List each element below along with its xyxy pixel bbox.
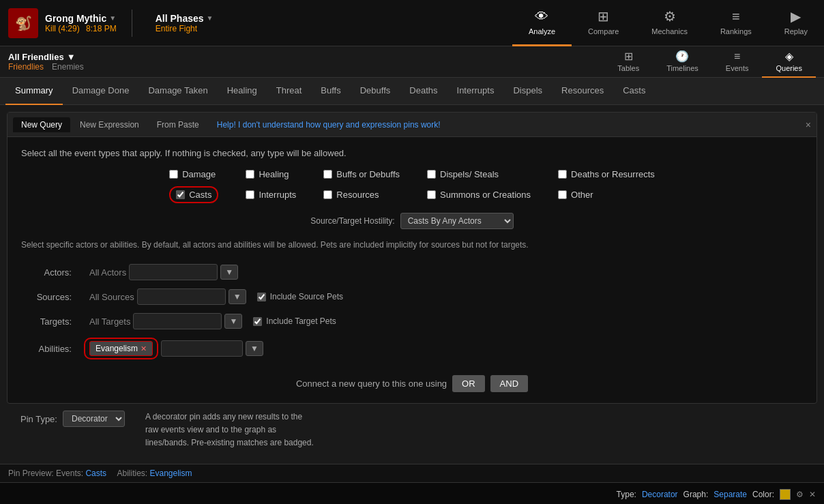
checkbox-deaths: Deaths or Resurrects (558, 169, 655, 179)
query-panel: New Query New Expression From Paste Help… (7, 112, 817, 404)
type-value[interactable]: Decorator (642, 490, 678, 499)
mechanics-icon: ⚙ (664, 8, 676, 25)
nav-analyze[interactable]: 👁 Analyze (512, 0, 572, 46)
tab-healing[interactable]: Healing (218, 78, 267, 105)
query-tab-new-query[interactable]: New Query (13, 117, 70, 132)
boss-dropdown-icon: ▼ (109, 14, 116, 22)
graph-value[interactable]: Separate (713, 490, 747, 499)
targets-dropdown-btn[interactable]: ▼ (224, 314, 242, 329)
friendlies-tab[interactable]: Friendlies (8, 62, 44, 72)
status-bar: Type: Decorator Graph: Separate Color: ⚙… (0, 482, 824, 504)
tab-buffs[interactable]: Buffs (311, 78, 350, 105)
checkbox-casts-input[interactable] (176, 190, 185, 199)
checkbox-buffs-debuffs: Buffs or Debuffs (323, 169, 400, 179)
abilities-row: Abilities: Evangelism ✕ ▼ (23, 334, 801, 363)
tab-debuffs[interactable]: Debuffs (351, 78, 400, 105)
include-source-pets-checkbox[interactable] (257, 293, 266, 301)
checkbox-casts: Casts (169, 186, 218, 203)
tab-damage-done[interactable]: Damage Done (63, 78, 139, 105)
abilities-input[interactable] (161, 340, 243, 357)
top-nav-icons: 👁 Analyze ⊞ Compare ⚙ Mechanics ≡ Rankin… (512, 0, 824, 46)
actors-dropdown-btn[interactable]: ▼ (220, 265, 238, 280)
nav-mechanics[interactable]: ⚙ Mechanics (635, 0, 704, 46)
friendlies-dropdown[interactable]: All Friendlies ▼ (8, 52, 117, 62)
tab-casts[interactable]: Casts (613, 78, 655, 105)
sources-input[interactable] (137, 288, 226, 305)
tab-damage-taken[interactable]: Damage Taken (138, 78, 217, 105)
checkbox-buffs-input[interactable] (323, 170, 332, 179)
checkbox-resources-input[interactable] (323, 190, 332, 199)
connect-row: Connect a new query to this one using OR… (21, 375, 803, 392)
include-target-pets-checkbox[interactable] (253, 317, 262, 326)
tab-deaths[interactable]: Deaths (400, 78, 447, 105)
connect-label: Connect a new query to this one using (296, 379, 447, 389)
color-swatch[interactable] (780, 489, 791, 500)
checkbox-dispels-input[interactable] (427, 170, 436, 179)
event-types-instruction: Select all the event types that apply. I… (21, 148, 803, 158)
checkbox-summons-input[interactable] (427, 190, 436, 199)
hostility-select[interactable]: Casts By Any ActorsCasts By Friendly Act… (400, 213, 514, 229)
checkbox-other-input[interactable] (558, 190, 567, 199)
nav-compare[interactable]: ⊞ Compare (572, 0, 635, 46)
casts-highlight: Casts (169, 186, 218, 203)
actors-input[interactable] (129, 264, 218, 280)
abilities-dropdown-btn[interactable]: ▼ (246, 341, 263, 356)
nav-rankings[interactable]: ≡ Rankings (704, 0, 768, 46)
pin-type-area: Pin Type: DecoratorFilterHighlight (20, 411, 125, 427)
second-nav-icons: ⊞ Tables 🕐 Timelines ≡ Events ◈ Queries (604, 46, 816, 78)
query-tab-new-expression[interactable]: New Expression (72, 117, 147, 132)
checkbox-interrupts-input[interactable] (246, 190, 254, 199)
query-tab-from-paste[interactable]: From Paste (149, 117, 207, 132)
color-gear-icon[interactable]: ⚙ (796, 490, 804, 499)
friendlies-area: All Friendlies ▼ Friendlies Enemies (8, 52, 117, 72)
actors-input-wrap: All Actors ▼ (84, 264, 796, 280)
friendlies-sub: Friendlies Enemies (8, 62, 117, 72)
graph-label-text: Graph: (683, 490, 709, 499)
nav-tables[interactable]: ⊞ Tables (604, 46, 653, 78)
checkbox-deaths-input[interactable] (558, 170, 567, 179)
replay-icon: ▶ (791, 8, 801, 25)
targets-input[interactable] (133, 313, 222, 329)
tab-threat[interactable]: Threat (267, 78, 312, 105)
hostility-label: Source/Target Hostility: (310, 216, 394, 226)
actors-instruction: Select specific actors or abilities. By … (21, 240, 803, 250)
tab-interrupts[interactable]: Interrupts (447, 78, 504, 105)
color-close-icon[interactable]: ✕ (809, 490, 816, 499)
targets-label: Targets: (23, 310, 77, 333)
friendlies-dropdown-icon: ▼ (67, 52, 76, 62)
targets-input-wrap: All Targets ▼ Include Target Pets (84, 313, 796, 329)
compare-icon: ⊞ (598, 8, 609, 25)
logo-area: 🐒 Grong Mythic ▼ Kill (4:29) 8:18 PM All… (0, 8, 221, 38)
query-panel-tabs: New Query New Expression From Paste Help… (8, 113, 816, 137)
remove-evangelism-btn[interactable]: ✕ (141, 344, 147, 353)
boss-sub: Kill (4:29) 8:18 PM (45, 24, 117, 33)
enemies-tab[interactable]: Enemies (52, 62, 84, 72)
query-help-link[interactable]: Help! I don't understand how query and e… (217, 120, 441, 130)
nav-queries[interactable]: ◈ Queries (762, 46, 816, 78)
boss-name[interactable]: Grong Mythic ▼ (45, 13, 117, 24)
tab-resources[interactable]: Resources (552, 78, 613, 105)
nav-replay[interactable]: ▶ Replay (768, 0, 824, 46)
query-close-button[interactable]: × (806, 119, 811, 130)
nav-timelines[interactable]: 🕐 Timelines (653, 46, 712, 78)
nav-events[interactable]: ≡ Events (712, 46, 763, 78)
tab-summary[interactable]: Summary (5, 78, 63, 105)
include-source-pets-label: Include Source Pets (257, 292, 343, 301)
tab-dispels[interactable]: Dispels (503, 78, 552, 105)
actors-text: All Actors (89, 267, 126, 278)
phase-name[interactable]: All Phases ▼ (156, 13, 214, 24)
sources-dropdown-btn[interactable]: ▼ (229, 289, 246, 304)
targets-text: All Targets (89, 316, 130, 327)
phase-dropdown-icon: ▼ (207, 14, 214, 22)
or-button[interactable]: OR (452, 375, 485, 392)
tabs-bar: Summary Damage Done Damage Taken Healing… (0, 78, 824, 105)
top-nav: 🐒 Grong Mythic ▼ Kill (4:29) 8:18 PM All… (0, 0, 824, 46)
rankings-icon: ≡ (732, 9, 740, 25)
checkbox-damage-input[interactable] (169, 170, 178, 179)
tables-icon: ⊞ (624, 50, 633, 63)
pin-type-select[interactable]: DecoratorFilterHighlight (63, 411, 125, 427)
checkbox-healing-input[interactable] (246, 170, 254, 179)
type-label-text: Type: (617, 490, 636, 499)
and-button[interactable]: AND (490, 375, 528, 392)
pin-section: Pin Type: DecoratorFilterHighlight A dec… (7, 404, 817, 457)
